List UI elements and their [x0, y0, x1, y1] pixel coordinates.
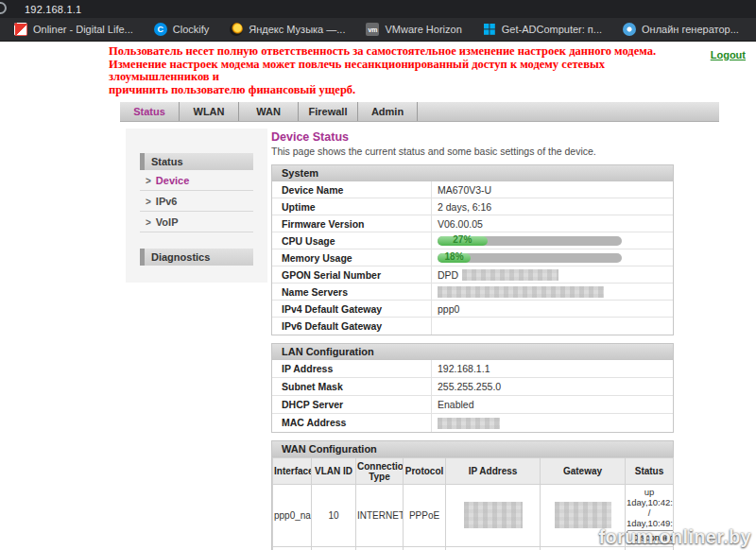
forum-watermark: forum.onliner.by [599, 526, 751, 548]
online-generator-icon [623, 23, 636, 36]
bookmark-label: Яндекс Музыка —... [249, 24, 345, 35]
wan-section-header: WAN Configuration [272, 441, 673, 457]
chevron-right-icon: > [146, 197, 151, 207]
tab-firewall[interactable]: Firewall [299, 102, 358, 121]
bookmark-youtube[interactable]: Шезлонг СВОИМИ... [749, 18, 756, 41]
table-row-memory-usage: Memory Usage 18% [272, 249, 673, 266]
bookmark-vmware-horizon[interactable]: VMware Horizon [355, 18, 472, 41]
warning-line: Изменение настроек модема может повлечь … [109, 59, 676, 84]
bookmark-yandex-music[interactable]: Яндекс Музыка —... [219, 18, 355, 41]
bookmark-label: Onliner - Digital Life... [33, 24, 133, 35]
address-bar[interactable]: 192.168.1.1 [0, 0, 756, 18]
bookmark-get-adcomputer[interactable]: Get-ADComputer: п... [472, 18, 612, 41]
lan-section-header: LAN Configuration [272, 344, 673, 360]
table-row-device-name: Device Name MA670V3-U [272, 181, 673, 198]
table-row-firmware-version: Firmware Version V06.00.05 [272, 215, 673, 232]
onliner-icon [14, 23, 27, 36]
wan-header-row: Interface VLAN ID Connection Type Protoc… [273, 458, 674, 485]
sidebar-item-ipv6[interactable]: >IPv6 [140, 191, 253, 212]
table-row-name-servers: Name Servers [272, 284, 673, 301]
redacted-wan-gateway [555, 502, 611, 528]
warning-line: Пользователь несет полную ответственност… [109, 45, 676, 59]
page-title: Device Status [271, 130, 674, 144]
system-section: System Device Name MA670V3-U Uptime 2 da… [271, 164, 674, 335]
site-info-icon[interactable] [0, 2, 7, 14]
yandex-music-icon [230, 23, 243, 36]
lan-section: LAN Configuration IP Address 192.168.1.1… [271, 343, 674, 433]
bookmark-label: Get-ADComputer: п... [502, 24, 602, 35]
browser-chrome: 192.168.1.1 Onliner - Digital Life... Cl… [0, 0, 756, 42]
redacted-serial [462, 269, 558, 281]
bookmark-online-generator[interactable]: Онлайн генератор... [612, 18, 749, 41]
warning-text: Пользователь несет полную ответственност… [109, 45, 676, 96]
sidebar-item-voip[interactable]: >VoIP [140, 212, 253, 232]
sidebar-item-device[interactable]: >Device [140, 170, 253, 191]
table-row-mac-address: MAC Address [272, 414, 673, 432]
chevron-right-icon: > [146, 217, 151, 228]
vmware-icon [366, 23, 379, 36]
cpu-usage-bar: 27% [438, 236, 622, 246]
clockify-icon [154, 23, 167, 36]
page-description: This page shows the current status and s… [271, 146, 674, 157]
table-row-subnet-mask: Subnet Mask 255.255.255.0 [272, 378, 673, 396]
warning-line: причинить пользователю финансовый ущерб. [109, 84, 676, 97]
tab-status[interactable]: Status [120, 102, 180, 121]
redacted-wan-ip [464, 502, 523, 528]
cpu-usage-value: 27% [453, 234, 472, 245]
router-admin-page: Пользователь несет полную ответственност… [0, 45, 756, 550]
system-section-header: System [272, 165, 673, 181]
sidebar: Status >Device >IPv6 >VoIP Diagnostics [126, 129, 267, 283]
redacted-mac [438, 418, 500, 429]
url-text[interactable]: 192.168.1.1 [25, 4, 81, 15]
memory-usage-bar: 18% [438, 253, 622, 263]
tab-wlan[interactable]: WLAN [180, 102, 239, 121]
bookmark-clockify[interactable]: Clockify [144, 18, 220, 41]
table-row-dhcp-server: DHCP Server Enabled [272, 396, 673, 414]
table-row-cpu-usage: CPU Usage 27% [272, 232, 673, 249]
chevron-right-icon: > [146, 176, 151, 186]
memory-usage-value: 18% [445, 251, 464, 262]
bookmark-label: Онлайн генератор... [642, 24, 739, 35]
windows-icon [483, 23, 496, 36]
main-tabs: Status WLAN WAN Firewall Admin [120, 102, 719, 122]
redacted-name-servers [438, 286, 604, 298]
table-row-ip-address: IP Address 192.168.1.1 [272, 360, 673, 378]
bookmark-label: Clockify [173, 24, 210, 35]
bookmark-label: VMware Horizon [385, 24, 461, 35]
main-content: Device Status This page shows the curren… [271, 129, 674, 550]
logout-link[interactable]: Logout [711, 49, 746, 60]
sidebar-section-status: Status [140, 153, 253, 170]
table-row-ipv6-gateway: IPv6 Default Gateway [272, 318, 673, 335]
tab-wan[interactable]: WAN [239, 102, 299, 121]
bookmark-onliner[interactable]: Onliner - Digital Life... [4, 18, 144, 41]
bookmarks-bar: Onliner - Digital Life... Clockify Яндек… [0, 18, 756, 42]
tab-admin[interactable]: Admin [358, 102, 418, 121]
sidebar-section-diagnostics[interactable]: Diagnostics [140, 249, 253, 266]
table-row-ipv4-gateway: IPv4 Default Gateway ppp0 [272, 301, 673, 318]
table-row-gpon-serial: GPON Serial Number DPD [272, 266, 673, 284]
table-row-uptime: Uptime 2 days, 6:16 [272, 198, 673, 215]
